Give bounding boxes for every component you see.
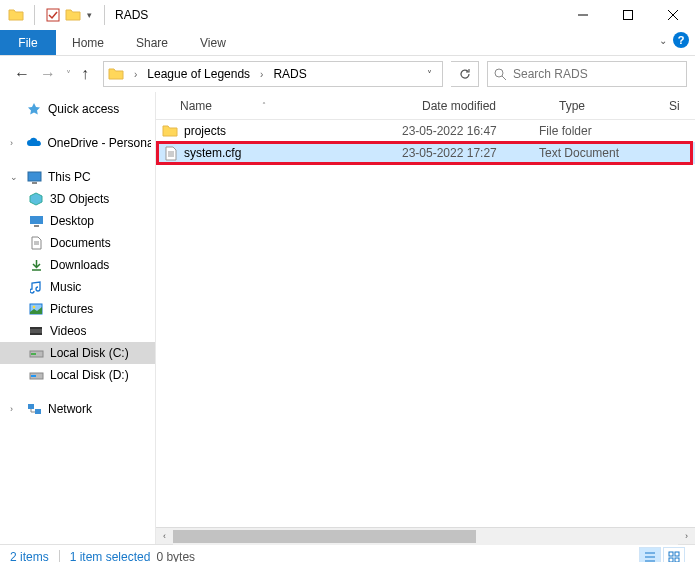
sidebar-item-onedrive[interactable]: › OneDrive - Personal bbox=[0, 132, 155, 154]
status-bar: 2 items 1 item selected 0 bytes bbox=[0, 544, 695, 562]
svg-rect-9 bbox=[30, 216, 43, 224]
sidebar-item-quick-access[interactable]: Quick access bbox=[0, 98, 155, 120]
ribbon-expand-icon[interactable]: ⌄ bbox=[659, 35, 667, 46]
close-button[interactable] bbox=[650, 0, 695, 30]
video-icon bbox=[28, 323, 44, 339]
icons-view-button[interactable] bbox=[663, 547, 685, 563]
svg-rect-23 bbox=[35, 409, 41, 414]
column-size[interactable]: Si bbox=[669, 99, 695, 113]
recent-dropdown-icon[interactable]: ˅ bbox=[66, 69, 71, 80]
scroll-left-button[interactable]: ‹ bbox=[156, 528, 173, 545]
tab-home[interactable]: Home bbox=[56, 30, 120, 55]
tab-share[interactable]: Share bbox=[120, 30, 184, 55]
folder-icon bbox=[160, 124, 180, 138]
file-type: Text Document bbox=[539, 146, 649, 160]
back-button[interactable]: ← bbox=[14, 65, 30, 83]
svg-rect-21 bbox=[31, 375, 36, 377]
sidebar-item-label: Desktop bbox=[50, 214, 94, 228]
file-type: File folder bbox=[539, 124, 649, 138]
minimize-button[interactable] bbox=[560, 0, 605, 30]
breadcrumb[interactable]: RADS bbox=[273, 67, 306, 81]
picture-icon bbox=[28, 301, 44, 317]
sidebar-item-this-pc[interactable]: ⌄ This PC bbox=[0, 166, 155, 188]
svg-rect-31 bbox=[675, 552, 679, 556]
search-icon bbox=[494, 68, 507, 81]
table-row[interactable]: system.cfg 23-05-2022 17:27 Text Documen… bbox=[156, 142, 695, 164]
svg-point-14 bbox=[33, 306, 36, 309]
svg-rect-7 bbox=[28, 172, 41, 181]
svg-rect-30 bbox=[669, 552, 673, 556]
sidebar-item-local-disk-d[interactable]: Local Disk (D:) bbox=[0, 364, 155, 386]
sidebar-item-label: OneDrive - Personal bbox=[48, 136, 151, 150]
help-icon[interactable]: ? bbox=[673, 32, 689, 48]
music-icon bbox=[28, 279, 44, 295]
svg-rect-19 bbox=[31, 353, 36, 355]
svg-point-5 bbox=[495, 69, 503, 77]
qat-dropdown-icon[interactable]: ▾ bbox=[85, 10, 94, 20]
sidebar-item-3d-objects[interactable]: 3D Objects bbox=[0, 188, 155, 210]
address-bar[interactable]: › League of Legends › RADS ˅ bbox=[103, 61, 443, 87]
sidebar-item-label: Documents bbox=[50, 236, 111, 250]
scroll-track[interactable] bbox=[173, 528, 678, 545]
details-view-button[interactable] bbox=[639, 547, 661, 563]
column-headers: Name˄ Date modified Type Si bbox=[156, 92, 695, 120]
scroll-right-button[interactable]: › bbox=[678, 528, 695, 545]
folder-icon bbox=[108, 66, 124, 82]
sidebar-item-label: This PC bbox=[48, 170, 91, 184]
svg-rect-2 bbox=[623, 11, 632, 20]
sidebar-item-network[interactable]: › Network bbox=[0, 398, 155, 420]
ribbon: File Home Share View ⌄ ? bbox=[0, 30, 695, 56]
drive-icon bbox=[28, 367, 44, 383]
cube-icon bbox=[28, 191, 44, 207]
chevron-right-icon[interactable]: › bbox=[130, 69, 141, 80]
svg-line-6 bbox=[502, 76, 506, 80]
chevron-right-icon[interactable]: › bbox=[256, 69, 267, 80]
column-name[interactable]: Name˄ bbox=[180, 99, 422, 113]
file-date: 23-05-2022 17:27 bbox=[402, 146, 539, 160]
svg-rect-32 bbox=[669, 558, 673, 562]
file-rows: projects 23-05-2022 16:47 File folder sy… bbox=[156, 120, 695, 527]
sidebar-item-label: Pictures bbox=[50, 302, 93, 316]
file-name: projects bbox=[184, 124, 226, 138]
svg-rect-10 bbox=[34, 225, 39, 227]
file-tab[interactable]: File bbox=[0, 30, 56, 55]
breadcrumb[interactable]: League of Legends bbox=[147, 67, 250, 81]
up-button[interactable]: ↑ bbox=[81, 65, 89, 83]
download-icon bbox=[28, 257, 44, 273]
sidebar-item-local-disk-c[interactable]: Local Disk (C:) bbox=[0, 342, 155, 364]
file-date: 23-05-2022 16:47 bbox=[402, 124, 539, 138]
status-size: 0 bytes bbox=[156, 550, 195, 563]
sidebar-item-documents[interactable]: Documents bbox=[0, 232, 155, 254]
sidebar-item-videos[interactable]: Videos bbox=[0, 320, 155, 342]
sort-indicator-icon: ˄ bbox=[262, 101, 266, 110]
search-input[interactable] bbox=[513, 67, 680, 81]
document-icon bbox=[28, 235, 44, 251]
file-list-pane: Name˄ Date modified Type Si projects 23-… bbox=[155, 92, 695, 544]
file-name: system.cfg bbox=[184, 146, 241, 160]
status-item-count: 2 items bbox=[10, 550, 49, 563]
forward-button[interactable]: → bbox=[40, 65, 56, 83]
navigation-pane: Quick access › OneDrive - Personal ⌄ Thi… bbox=[0, 92, 155, 544]
title-bar: ▾ RADS bbox=[0, 0, 695, 30]
search-box[interactable] bbox=[487, 61, 687, 87]
svg-rect-33 bbox=[675, 558, 679, 562]
sidebar-item-downloads[interactable]: Downloads bbox=[0, 254, 155, 276]
refresh-button[interactable] bbox=[451, 61, 479, 87]
address-dropdown-icon[interactable]: ˅ bbox=[421, 69, 438, 80]
tab-view[interactable]: View bbox=[184, 30, 242, 55]
cloud-icon bbox=[26, 135, 42, 151]
svg-rect-0 bbox=[47, 9, 59, 21]
column-type[interactable]: Type bbox=[559, 99, 669, 113]
sidebar-item-label: Videos bbox=[50, 324, 86, 338]
table-row[interactable]: projects 23-05-2022 16:47 File folder bbox=[156, 120, 695, 142]
maximize-button[interactable] bbox=[605, 0, 650, 30]
sidebar-item-music[interactable]: Music bbox=[0, 276, 155, 298]
checkbox-icon[interactable] bbox=[45, 7, 61, 23]
sidebar-item-desktop[interactable]: Desktop bbox=[0, 210, 155, 232]
horizontal-scrollbar[interactable]: ‹ › bbox=[156, 527, 695, 544]
file-icon bbox=[160, 146, 180, 161]
svg-rect-16 bbox=[30, 327, 42, 329]
scroll-thumb[interactable] bbox=[173, 530, 476, 543]
sidebar-item-pictures[interactable]: Pictures bbox=[0, 298, 155, 320]
column-date[interactable]: Date modified bbox=[422, 99, 559, 113]
